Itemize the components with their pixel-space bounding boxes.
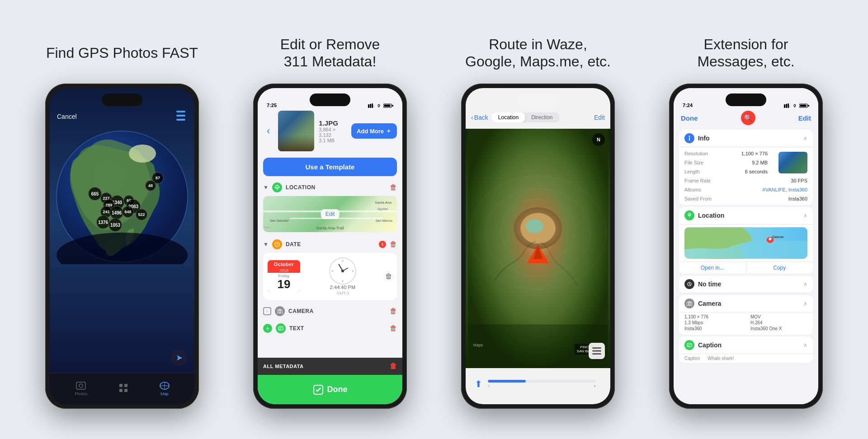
camera-delete[interactable]: 🗑	[390, 307, 397, 315]
text-plus-icon[interactable]: +	[263, 324, 272, 333]
info-section-notime-header: No time ∧	[679, 276, 813, 293]
svg-rect-55	[786, 104, 787, 108]
cluster-1053[interactable]: 1053	[108, 218, 122, 232]
cluster-48[interactable]: 48	[145, 180, 156, 191]
caption-section-chevron[interactable]: ∧	[803, 342, 807, 348]
photo-dims: 3,864 × 3,132	[319, 127, 347, 138]
location-delete[interactable]: 🗑	[390, 183, 397, 191]
calendar-widget: October 2018 Friday 19	[268, 260, 300, 293]
date-label: DATE	[286, 241, 375, 248]
phone-frame-4: 7:24 Done 🔍 Edit	[669, 84, 823, 409]
location-section-chevron[interactable]: ∧	[803, 212, 807, 219]
cal-month: October	[268, 260, 300, 268]
svg-rect-52	[592, 350, 601, 352]
info-done-button[interactable]: Done	[681, 114, 698, 122]
all-metadata-bar[interactable]: ALL METADATA 🗑	[258, 358, 402, 375]
panel-info: Extension forMessages, etc. 7:24	[642, 30, 850, 409]
svg-rect-76	[687, 343, 692, 347]
date-chevron[interactable]: ▼	[263, 241, 269, 248]
tab-photos[interactable]: Photos	[75, 382, 87, 396]
date-section-header: ▼ DATE 1 🗑	[258, 236, 402, 253]
tab-map[interactable]: Map	[160, 382, 170, 396]
svg-point-75	[689, 303, 691, 305]
info-section-caption-header: Caption ∧	[679, 336, 813, 354]
maps-bottom-bar: ⬆ 0●	[466, 368, 610, 404]
info-section-chevron[interactable]: ∧	[803, 135, 807, 141]
layers-button[interactable]	[175, 111, 187, 122]
svg-point-32	[332, 271, 333, 272]
tab-grid[interactable]	[119, 384, 127, 394]
edit-button[interactable]: Edit	[594, 114, 605, 121]
route-progress: 0●	[488, 380, 596, 388]
info-section-notime: No time ∧	[679, 276, 813, 293]
tab-location[interactable]: Location	[492, 112, 525, 122]
svg-rect-53	[592, 353, 601, 355]
cluster-648[interactable]: 648	[122, 206, 134, 218]
location-icon-info	[684, 210, 694, 220]
map-edit-label[interactable]: Edit	[321, 209, 340, 219]
back-arrow[interactable]: ‹	[263, 125, 274, 137]
gmt-label: GMT-3	[336, 291, 349, 295]
text-section-header: + TEXT 🗑	[258, 320, 402, 337]
info-photo-thumb	[778, 152, 807, 173]
location-map-mini[interactable]: Cancun	[684, 227, 807, 259]
map-mini[interactable]: Edit Santa Ana-Trail Santa Ana Aguilas S…	[263, 196, 397, 232]
location-chevron[interactable]: ▼	[263, 184, 269, 191]
location-label: LOCATION	[286, 184, 386, 191]
meta-screen: 7:25 ‹ 1.JPG	[258, 88, 402, 404]
cluster-522[interactable]: 522	[136, 209, 147, 220]
layers-button-map[interactable]	[589, 343, 605, 359]
panel3-title: Route in Waze,Google, Maps.me, etc.	[465, 30, 611, 75]
tab-direction[interactable]: Direction	[525, 112, 559, 122]
info-edit-button[interactable]: Edit	[798, 114, 811, 122]
back-button[interactable]: ‹ Back	[471, 114, 488, 121]
add-more-button[interactable]: Add More ＋	[351, 123, 397, 139]
svg-rect-36	[278, 327, 283, 330]
search-button[interactable]: 🔍	[741, 111, 755, 125]
svg-point-69	[769, 238, 772, 240]
cluster-665[interactable]: 665	[88, 187, 102, 201]
dynamic-island-1	[102, 93, 142, 106]
svg-rect-11	[124, 384, 127, 387]
svg-rect-59	[800, 105, 807, 107]
copy-button[interactable]: Copy	[746, 262, 813, 274]
cluster-1496[interactable]: 1496	[110, 206, 123, 220]
camera-expand[interactable]: ›	[263, 307, 271, 315]
panel-maps: Route in Waze,Google, Maps.me, etc. ‹ Ba…	[434, 30, 642, 409]
clock-widget	[329, 257, 356, 285]
info-icon	[684, 133, 694, 143]
svg-rect-20	[373, 105, 374, 108]
svg-point-46	[526, 219, 543, 233]
text-delete[interactable]: 🗑	[390, 324, 397, 332]
share-button[interactable]: ⬆	[475, 378, 482, 389]
globe-container: 87 665 227 48 1340 65 289 2083 241 1496 …	[54, 129, 190, 264]
phone-frame-3: ‹ Back Location Direction Edit	[461, 84, 615, 409]
info-section-info: Info ∧ Resolution 1,100 × 776	[679, 130, 813, 205]
location-actions: Open in... Copy	[679, 262, 813, 274]
svg-point-9	[79, 384, 83, 388]
use-template-button[interactable]: Use a Template	[263, 158, 397, 176]
phone-screen-1: Cancel	[50, 88, 194, 404]
svg-point-35	[279, 311, 281, 313]
location-direction-tabs: Location Direction	[492, 112, 559, 122]
date-delete[interactable]: 🗑	[390, 240, 397, 248]
open-in-button[interactable]: Open in...	[679, 262, 746, 274]
dynamic-island-2	[310, 93, 350, 106]
svg-rect-62	[689, 138, 690, 141]
compass-button[interactable]: ➤	[171, 350, 187, 366]
notime-chevron[interactable]: ∧	[803, 281, 807, 287]
svg-rect-56	[788, 103, 789, 108]
cancel-button[interactable]: Cancel	[57, 113, 77, 120]
info-row-savedfrom: Saved From Insta360	[679, 194, 813, 203]
done-button[interactable]: Done	[258, 375, 402, 404]
svg-rect-22	[384, 105, 391, 107]
svg-rect-19	[372, 103, 373, 108]
location-icon	[272, 182, 282, 192]
caption-icon	[684, 340, 694, 350]
svg-rect-10	[119, 384, 123, 387]
all-metadata-delete[interactable]: 🗑	[390, 362, 397, 370]
cluster-1376[interactable]: 1376	[96, 215, 110, 229]
svg-rect-1	[176, 115, 185, 117]
date-widget-delete[interactable]: 🗑	[385, 272, 392, 280]
camera-section-chevron[interactable]: ∧	[803, 300, 807, 307]
